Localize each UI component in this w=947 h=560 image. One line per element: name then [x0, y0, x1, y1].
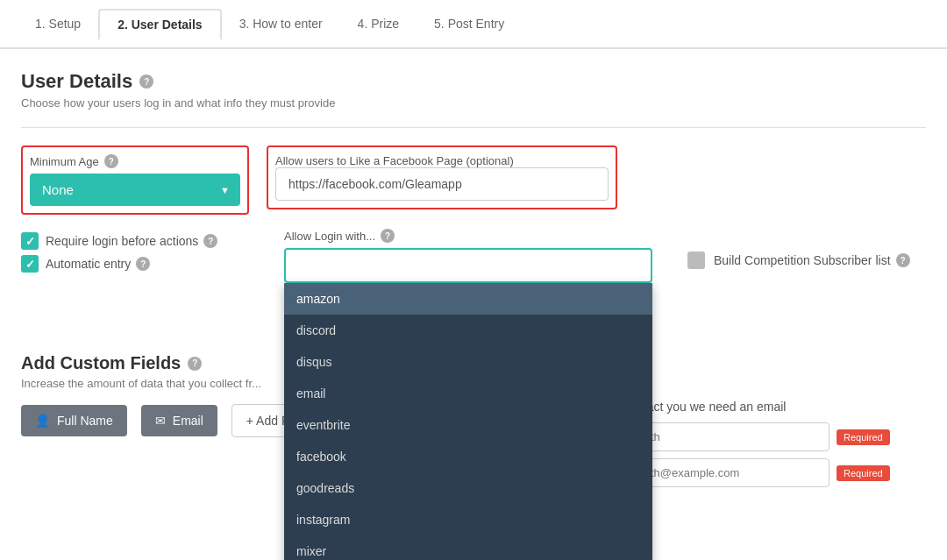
custom-fields-help-icon[interactable]: ?: [188, 357, 202, 371]
dropdown-item-mixer[interactable]: mixer: [284, 535, 652, 560]
name-input[interactable]: [637, 422, 830, 451]
email-required-badge: Required: [837, 465, 890, 481]
email-chip[interactable]: ✉ Email: [141, 405, 217, 436]
automatic-entry-label: Automatic entry ?: [46, 257, 150, 271]
dropdown-item-amazon[interactable]: amazon: [284, 283, 652, 315]
automatic-entry-help-icon[interactable]: ?: [136, 257, 150, 271]
build-competition-row: Build Competition Subscriber list ?: [687, 229, 910, 269]
allow-login-col: Allow Login with... ? amazon discord dis…: [284, 229, 652, 283]
dropdown-item-discord[interactable]: discord: [284, 315, 652, 346]
minimum-age-label: Minimum Age ?: [30, 154, 240, 168]
require-login-label: Require login before actions ?: [46, 234, 217, 248]
top-form-row: Minimum Age ? None Allow users to Like a…: [21, 145, 926, 215]
main-content: User Details ? Choose how your users log…: [0, 49, 947, 437]
contact-text: ntact you we need an email: [637, 400, 933, 414]
name-input-row: Required: [637, 422, 933, 451]
facebook-label: Allow users to Like a Facebook Page (opt…: [275, 154, 609, 167]
require-login-checkbox[interactable]: ✓: [21, 232, 39, 250]
require-login-help-icon[interactable]: ?: [203, 234, 217, 248]
page-wrapper: 1. Setup 2. User Details 3. How to enter…: [0, 0, 947, 560]
section-subtitle: Choose how your users log in and what in…: [21, 96, 926, 110]
dropdown-item-disqus[interactable]: disqus: [284, 346, 652, 378]
build-competition-checkbox[interactable]: [687, 252, 705, 269]
allow-login-label: Allow Login with... ?: [284, 229, 652, 243]
section-title: User Details ?: [21, 70, 926, 93]
section-title-text: User Details: [21, 70, 132, 93]
right-panel: ntact you we need an email Required Requ…: [623, 386, 947, 508]
tab-bar: 1. Setup 2. User Details 3. How to enter…: [0, 0, 947, 49]
tab-how-to-enter[interactable]: 3. How to enter: [222, 10, 340, 38]
minimum-age-group: Minimum Age ? None: [21, 145, 249, 215]
automatic-entry-item: ✓ Automatic entry ?: [21, 255, 267, 273]
facebook-field-group: Allow users to Like a Facebook Page (opt…: [267, 145, 617, 209]
minimum-age-select[interactable]: None: [30, 174, 240, 206]
automatic-entry-checkbox[interactable]: ✓: [21, 255, 39, 273]
dropdown-item-instagram[interactable]: instagram: [284, 504, 652, 535]
tab-user-details[interactable]: 2. User Details: [98, 9, 222, 40]
section-divider: [21, 127, 926, 128]
facebook-input[interactable]: [275, 167, 609, 201]
dropdown-item-email[interactable]: email: [284, 378, 652, 409]
left-checks: ✓ Require login before actions ? ✓ Autom…: [21, 229, 267, 273]
dropdown-item-facebook[interactable]: facebook: [284, 441, 652, 472]
build-competition-label: Build Competition Subscriber list ?: [714, 253, 910, 267]
email-input-row: Required: [637, 458, 933, 487]
allow-login-help-icon[interactable]: ?: [381, 229, 395, 243]
middle-row: ✓ Require login before actions ? ✓ Autom…: [21, 229, 926, 283]
dropdown-item-goodreads[interactable]: goodreads: [284, 472, 652, 504]
tab-setup[interactable]: 1. Setup: [18, 10, 98, 38]
automatic-entry-checkmark: ✓: [25, 258, 35, 271]
name-required-badge: Required: [837, 429, 890, 445]
require-login-checkmark: ✓: [25, 235, 35, 248]
email-icon: ✉: [155, 414, 166, 428]
section-help-icon[interactable]: ?: [139, 74, 153, 89]
email-input[interactable]: [637, 458, 830, 487]
allow-login-dropdown: amazon discord disqus email eventbrite f…: [284, 283, 652, 560]
full-name-chip[interactable]: 👤 Full Name: [21, 405, 127, 436]
allow-login-input[interactable]: [284, 248, 652, 283]
tab-post-entry[interactable]: 5. Post Entry: [417, 10, 522, 38]
require-login-item: ✓ Require login before actions ?: [21, 232, 267, 250]
person-icon: 👤: [35, 414, 50, 428]
minimum-age-help-icon[interactable]: ?: [104, 154, 118, 168]
tab-prize[interactable]: 4. Prize: [340, 10, 417, 38]
build-competition-help-icon[interactable]: ?: [896, 253, 910, 267]
dropdown-item-eventbrite[interactable]: eventbrite: [284, 409, 652, 441]
minimum-age-select-wrapper: None: [30, 174, 240, 206]
